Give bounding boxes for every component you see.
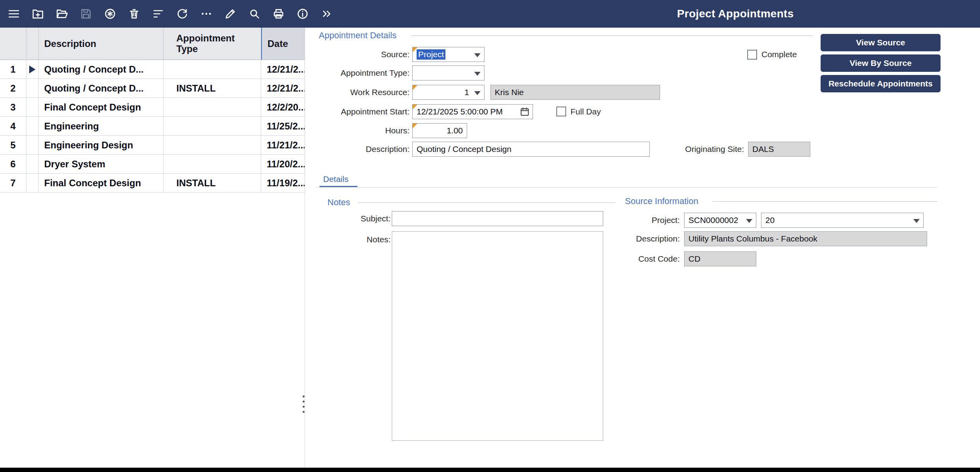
grid-header-rownum [0, 28, 26, 60]
notes-label: Notes: [272, 232, 391, 247]
project-line-combobox[interactable]: 20 [761, 213, 924, 228]
cost-code-field: CD [684, 251, 756, 266]
row-number: 4 [0, 117, 26, 136]
cell-description: Engineering Design [39, 136, 164, 155]
marker-cell [26, 155, 39, 174]
appointment-start-label: Appointment Start: [291, 104, 410, 119]
source-description-field: Utility Plants Columbus - Facebook [684, 231, 927, 246]
project-value: SCN0000002 [688, 215, 738, 225]
row-number: 7 [0, 174, 26, 193]
complete-checkbox[interactable] [747, 50, 757, 60]
appointment-type-combobox[interactable] [412, 66, 484, 81]
work-resource-label: Work Resource: [291, 85, 410, 100]
source-combobox[interactable]: Project [412, 47, 484, 62]
complete-label: Complete [761, 47, 797, 62]
description-label: Description: [291, 142, 410, 157]
hours-label: Hours: [291, 123, 410, 138]
appointment-type-label: Appointment Type: [291, 66, 410, 81]
originating-site-field: DALS [748, 142, 810, 157]
cell-description: Quoting / Concept D... [39, 79, 164, 98]
work-resource-value: 1 [464, 88, 469, 97]
filter-icon[interactable] [151, 7, 165, 21]
tab-strip-line [316, 187, 937, 187]
view-source-button[interactable]: View Source [821, 34, 941, 51]
cell-description: Engineering [39, 117, 164, 136]
row-number: 5 [0, 136, 26, 155]
save-icon[interactable] [79, 7, 93, 21]
info-icon[interactable] [296, 7, 309, 21]
source-information-legend: Source Information [625, 196, 698, 206]
bottom-edge-bar [0, 468, 980, 472]
more-icon[interactable] [200, 7, 213, 21]
source-description-label: Description: [561, 231, 680, 246]
appointments-grid: Description Appointment Type Date 1 Quot… [0, 28, 305, 193]
row-number: 1 [0, 60, 26, 79]
appointment-details-legend: Appointment Details [319, 30, 396, 41]
work-resource-combobox[interactable]: 1 [412, 85, 484, 100]
grid-header-type[interactable]: Appointment Type [164, 28, 261, 60]
cell-description: Dryer System [39, 155, 164, 174]
cell-date: 11/20/2... [261, 155, 305, 174]
cell-description: Quoting / Concept D... [39, 60, 164, 79]
appointment-details-groupline [411, 36, 813, 36]
cell-type [164, 136, 261, 155]
marker-cell [26, 98, 39, 117]
cell-description: Final Concept Design [39, 174, 164, 193]
project-line-value: 20 [765, 215, 774, 225]
notes-groupline [358, 202, 615, 203]
toolbar: Project Appointments [0, 0, 980, 28]
open-folder-icon[interactable] [55, 7, 69, 21]
cell-date: 11/19/2... [261, 174, 305, 193]
pane-splitter-handle[interactable] [303, 395, 305, 413]
originating-site-label: Originating Site: [626, 142, 744, 157]
project-label: Project: [561, 213, 680, 228]
marker-cell [26, 117, 39, 136]
app-window: Project Appointments Description Appoint… [0, 0, 980, 472]
source-label: Source: [291, 47, 410, 62]
full-day-checkbox[interactable] [556, 107, 566, 116]
refresh-icon[interactable] [176, 7, 189, 21]
view-by-source-button[interactable]: View By Source [821, 54, 941, 72]
cell-type [164, 98, 261, 117]
project-combobox[interactable]: SCN0000002 [684, 213, 756, 228]
edit-icon[interactable] [224, 7, 237, 21]
cell-type: INSTALL [164, 79, 261, 98]
tab-details[interactable]: Details [323, 174, 348, 184]
notes-legend: Notes [327, 197, 350, 208]
cell-type [164, 60, 261, 79]
cell-type: INSTALL [164, 174, 261, 193]
appointment-start-field[interactable]: 12/21/2025 5:00:00 PM [412, 104, 533, 119]
hours-field[interactable]: 1.00 [412, 123, 467, 138]
print-icon[interactable] [272, 7, 285, 21]
menu-icon[interactable] [7, 7, 21, 21]
marker-cell [26, 79, 39, 98]
appointment-start-value: 12/21/2025 5:00:00 PM [417, 107, 503, 116]
grid-header-description[interactable]: Description [39, 28, 164, 60]
cell-type [164, 117, 261, 136]
marker-cell [26, 136, 39, 155]
find-icon[interactable] [248, 7, 261, 21]
source-information-groupline [713, 201, 937, 202]
cost-code-label: Cost Code: [561, 251, 680, 266]
row-number: 3 [0, 98, 26, 117]
row-number: 2 [0, 79, 26, 98]
row-arrow-icon [29, 66, 36, 73]
marker-cell [26, 174, 39, 193]
expand-icon[interactable] [320, 7, 333, 21]
full-day-label: Full Day [570, 104, 601, 119]
current-row-marker [26, 60, 39, 79]
new-folder-icon[interactable] [31, 7, 45, 21]
reschedule-appointments-button[interactable]: Reschedule Appointments [821, 75, 941, 92]
cell-description: Final Concept Design [39, 98, 164, 117]
cancel-record-icon[interactable] [103, 7, 117, 21]
description-field[interactable]: Quoting / Concept Design [412, 142, 650, 157]
delete-icon[interactable] [127, 7, 141, 21]
work-resource-name-field: Kris Nie [490, 85, 660, 100]
page-title: Project Appointments [677, 0, 794, 28]
row-number: 6 [0, 155, 26, 174]
calendar-icon[interactable] [520, 107, 530, 119]
source-value: Project [417, 49, 445, 60]
appointments-grid-pane: Description Appointment Type Date 1 Quot… [0, 28, 305, 468]
subject-label: Subject: [272, 211, 391, 226]
grid-header-marker [26, 28, 39, 60]
